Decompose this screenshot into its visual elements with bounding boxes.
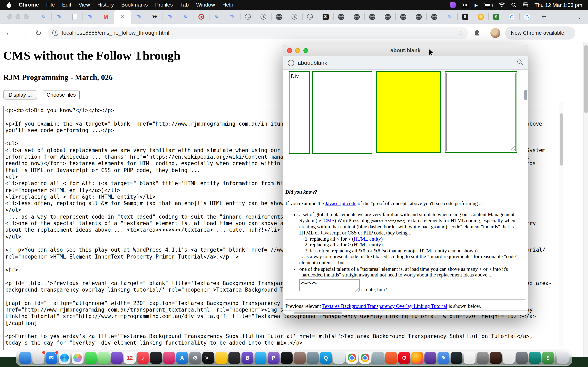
bookmark-star-icon[interactable]: ☆ [458, 29, 464, 37]
window-minimize-button[interactable] [16, 14, 20, 19]
browser-tab[interactable] [380, 10, 395, 24]
textarea-scrollbar-thumb[interactable] [560, 113, 563, 166]
menu-item[interactable]: Window [192, 0, 219, 10]
dock-app-icon[interactable] [555, 351, 555, 364]
browser-tab[interactable] [519, 10, 535, 24]
dock-app-icon[interactable] [33, 352, 44, 364]
dock-app-icon[interactable]: P [268, 352, 279, 364]
dock-app-icon[interactable] [464, 352, 476, 364]
dock-app-icon[interactable] [72, 352, 84, 364]
menu-item[interactable]: View [75, 0, 94, 10]
browser-tab[interactable] [504, 10, 519, 24]
popup-vertical-scrollbar-thumb[interactable] [524, 90, 527, 100]
dock-app-icon[interactable] [385, 352, 397, 364]
dock-app-icon[interactable] [372, 352, 384, 364]
browser-tab[interactable] [364, 10, 380, 24]
dock-app-icon[interactable] [503, 352, 515, 364]
dock-app-icon[interactable] [163, 352, 175, 364]
dock-app-icon[interactable] [424, 352, 436, 364]
status-app-icon[interactable] [450, 2, 456, 8]
browser-tab[interactable] [271, 10, 287, 24]
browser-tab[interactable] [411, 10, 426, 24]
browser-tab[interactable] [256, 10, 271, 24]
inline-demo-textarea[interactable]: <><><> [299, 279, 360, 291]
menu-item[interactable]: Bookmarks [118, 0, 151, 10]
profile-avatar[interactable] [490, 28, 500, 38]
dock-app-icon[interactable] [516, 352, 528, 364]
popup-zoom-button[interactable] [303, 48, 308, 53]
wifi-icon[interactable] [499, 2, 505, 7]
menu-item[interactable]: Help [219, 0, 237, 10]
spotlight-icon[interactable] [511, 2, 517, 8]
browser-tab[interactable] [426, 10, 442, 24]
browser-tab[interactable] [82, 10, 98, 24]
dock-app-icon[interactable] [85, 352, 96, 364]
url-text[interactable]: localhost:8888/cms_no_follow_through.htm… [62, 30, 458, 36]
browser-tab[interactable] [131, 10, 147, 24]
browser-tab[interactable] [395, 10, 411, 24]
dock-app-icon[interactable] [359, 352, 371, 364]
browser-tab[interactable] [98, 10, 113, 24]
browser-tab[interactable] [287, 10, 302, 24]
html-entity-link[interactable]: HTML entity [354, 236, 381, 242]
menu-app-name[interactable]: Chrome [15, 0, 43, 10]
browser-tab[interactable] [302, 10, 318, 24]
dock-app-icon[interactable]: A [176, 352, 188, 364]
dock-app-icon[interactable]: B [242, 352, 253, 364]
popup-site-info-icon[interactable]: i [288, 60, 294, 66]
page-scrollbar[interactable] [583, 42, 588, 357]
dock-app-icon[interactable]: ⚙ [189, 352, 201, 364]
browser-tab[interactable] [67, 10, 82, 24]
dock-app-icon[interactable] [307, 352, 319, 364]
dock-app-icon[interactable]: Q [320, 352, 332, 364]
dock-app-icon[interactable] [346, 352, 358, 364]
choose-files-button[interactable]: Choose files [43, 91, 79, 99]
new-tab-button[interactable]: + [538, 11, 550, 22]
dock-app-icon[interactable] [98, 352, 110, 364]
javascript-code-link[interactable]: Javascript code [325, 200, 356, 206]
textarea-scrollbar[interactable] [559, 102, 563, 346]
dock-app-icon[interactable] [450, 352, 462, 364]
browser-tab[interactable] [488, 10, 504, 24]
battery-icon[interactable] [484, 3, 493, 7]
forward-button[interactable]: → [18, 27, 29, 39]
dock-app-icon[interactable] [150, 352, 162, 364]
browser-tab[interactable] [349, 10, 364, 24]
dock-app-icon[interactable] [59, 352, 70, 364]
menu-item[interactable]: Profiles [151, 0, 177, 10]
apple-menu-icon[interactable] [7, 2, 12, 8]
window-zoom-button[interactable] [24, 14, 29, 19]
demo-textarea[interactable] [446, 73, 516, 151]
reload-button[interactable]: ↻ [33, 27, 44, 39]
dock-app-icon[interactable] [255, 352, 267, 364]
tab-close-icon[interactable]: ✕ [120, 14, 125, 19]
menu-item[interactable]: Tab [177, 0, 192, 10]
browser-tab[interactable] [318, 10, 333, 24]
browser-tab[interactable] [333, 10, 349, 24]
resize-grip-icon[interactable] [355, 288, 359, 292]
dock-app-icon[interactable]: ✉ [45, 352, 57, 364]
dock-app-icon[interactable] [529, 352, 541, 364]
dock-app-icon[interactable] [111, 352, 123, 364]
dock-app-icon[interactable] [477, 352, 489, 364]
popup-zoom-search-icon[interactable] [517, 59, 523, 67]
back-button[interactable]: ← [3, 27, 15, 39]
browser-tab[interactable] [147, 10, 163, 24]
omnibox[interactable]: i localhost:8888/cms_no_follow_through.h… [48, 27, 468, 39]
menu-item[interactable]: History [94, 0, 118, 10]
popup-url-bar[interactable]: i about:blank [283, 56, 528, 70]
dock-app-icon[interactable]: ✎ [438, 352, 449, 364]
cms-link[interactable]: CMS [324, 218, 334, 224]
site-info-icon[interactable]: i [52, 30, 58, 36]
menu-item[interactable]: File [43, 0, 58, 10]
dock-app-icon[interactable] [19, 352, 31, 364]
browser-tab[interactable] [178, 10, 194, 24]
dock-app-icon[interactable] [281, 352, 293, 364]
dock-app-icon[interactable] [490, 352, 502, 364]
browser-tab[interactable] [225, 10, 240, 24]
menubar-clock[interactable]: Thu 12 Mar 1:03 pm [535, 2, 582, 8]
browser-tab[interactable] [442, 10, 457, 24]
popup-url-text[interactable]: about:blank [298, 59, 517, 66]
dock-app-icon[interactable]: ♪ [137, 352, 149, 364]
popup-titlebar[interactable]: about:blank [283, 45, 528, 56]
